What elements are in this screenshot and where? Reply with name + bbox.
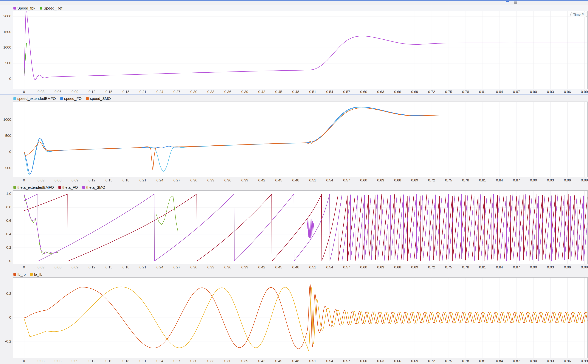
series-Speed_Ref: [24, 43, 588, 75]
x-tick-label: 0.54: [326, 265, 333, 269]
series-speed_SMO: [24, 108, 588, 169]
plot-panel-theta[interactable]: theta_extendedEMFOtheta_FOtheta_SMO 00.2…: [0, 184, 588, 270]
x-tick-label: 0.51: [309, 178, 316, 182]
x-tick-label: 0.72: [428, 90, 435, 94]
x-tick-label: 0.54: [326, 359, 333, 363]
x-tick-label: 0: [23, 178, 25, 182]
x-tick-label: 0.27: [173, 90, 180, 94]
y-tick-label: 500: [5, 61, 11, 65]
legend-item[interactable]: Ia_fb: [30, 272, 42, 277]
y-axis-labels-theta: 00.20.40.60.81.0: [0, 190, 13, 264]
legend-item[interactable]: Speed_fbk: [13, 6, 35, 10]
x-tick-label: 0.27: [173, 178, 180, 182]
window-icon[interactable]: [506, 1, 510, 5]
x-tick-label: 0.63: [377, 359, 384, 363]
x-tick-label: 0.96: [564, 359, 571, 363]
x-tick-label: 0.39: [241, 178, 248, 182]
x-tick-label: 0.24: [157, 90, 163, 94]
legend-label: theta_extendedEMFO: [17, 185, 54, 190]
x-tick-label: 0.69: [411, 359, 418, 363]
x-tick-label: 0.33: [208, 265, 214, 269]
y-tick-label: 0: [9, 315, 11, 319]
plot-panel-speed[interactable]: Speed_fbkSpeed_Ref Time Pl 0500100015002…: [0, 5, 588, 94]
legend-swatch-icon: [60, 97, 63, 100]
plot-panel-current[interactable]: Ib_fbIa_fb -0.200.2 00.030.060.090.120.1…: [0, 271, 588, 364]
x-tick-label: 0.42: [258, 90, 265, 94]
x-tick-label: 0.60: [360, 359, 367, 363]
x-tick-label: 0.78: [462, 90, 469, 94]
x-tick-label: 0.72: [428, 265, 435, 269]
chart-canvas: [13, 278, 588, 358]
x-tick-label: 0.81: [479, 359, 486, 363]
x-tick-label: 0.51: [309, 90, 316, 94]
x-tick-label: 0.12: [89, 359, 95, 363]
x-tick-label: 0.39: [241, 359, 248, 363]
x-tick-label: 0.15: [105, 90, 112, 94]
x-tick-label: 0.12: [89, 265, 95, 269]
x-tick-label: 0.48: [292, 265, 299, 269]
x-tick-label: 0.69: [411, 178, 418, 182]
x-tick-label: 0.84: [496, 359, 503, 363]
x-tick-label: 0.66: [394, 265, 401, 269]
x-tick-label: 0.24: [157, 359, 163, 363]
x-tick-label: 0.06: [54, 265, 61, 269]
x-tick-label: 0.12: [89, 90, 95, 94]
plot-area-speed-estimators[interactable]: [13, 102, 588, 177]
series-speed_extendedEMFO: [24, 107, 588, 174]
y-axis-labels-speed: 0500100015002000: [0, 11, 13, 89]
legend-item[interactable]: speed_SMO: [86, 97, 111, 101]
plot-area-theta[interactable]: [13, 190, 588, 264]
legend-label: speed_FO: [64, 97, 82, 101]
series-Speed_fbk: [24, 11, 588, 80]
x-tick-label: 0.33: [208, 178, 214, 182]
x-tick-label: 0.21: [139, 265, 146, 269]
x-tick-label: 0.78: [462, 178, 469, 182]
legend-item[interactable]: speed_extendedEMFO: [13, 97, 56, 101]
x-tick-label: 0.96: [564, 178, 571, 182]
x-tick-label: 0.42: [258, 178, 265, 182]
x-axis-labels-current: 00.030.060.090.120.150.180.210.240.270.3…: [0, 358, 588, 363]
y-tick-label: 0.2: [6, 292, 11, 296]
x-tick-label: 0.54: [326, 178, 333, 182]
top-toolbar: [0, 0, 588, 5]
series-speed_FO: [24, 107, 588, 174]
x-tick-label: 0.75: [445, 359, 452, 363]
x-tick-label: 0.81: [479, 178, 486, 182]
legend-item[interactable]: Speed_Ref: [40, 6, 62, 10]
y-tick-label: 1000: [3, 45, 11, 49]
time-plot-button[interactable]: Time Pl: [570, 12, 587, 17]
x-tick-label: 0.21: [139, 178, 146, 182]
x-tick-label: 0.45: [275, 359, 282, 363]
x-tick-label: 0.36: [224, 178, 231, 182]
menu-icon[interactable]: [514, 1, 517, 5]
legend-swatch-icon: [13, 273, 16, 276]
legend-swatch-icon: [13, 186, 16, 189]
plot-row: 0500100015002000: [0, 11, 588, 89]
plot-area-speed[interactable]: [13, 11, 588, 89]
x-tick-label: 0.36: [224, 90, 231, 94]
x-tick-label: 0.96: [564, 90, 571, 94]
legend-item[interactable]: theta_SMO: [82, 185, 105, 190]
legend-item[interactable]: speed_FO: [60, 97, 82, 101]
legend-speed-estimators: speed_extendedEMFOspeed_FOspeed_SMO: [0, 96, 588, 102]
legend-item[interactable]: theta_extendedEMFO: [13, 185, 54, 190]
x-tick-label: 0.21: [139, 90, 146, 94]
x-tick-label: 0.54: [326, 90, 333, 94]
x-tick-label: 0.21: [139, 359, 146, 363]
y-tick-label: 500: [5, 134, 11, 138]
legend-item[interactable]: theta_FO: [59, 185, 78, 190]
x-tick-label: 0.60: [360, 178, 367, 182]
legend-swatch-icon: [30, 273, 33, 276]
x-tick-label: 0.72: [428, 178, 435, 182]
legend-item[interactable]: Ib_fb: [13, 272, 26, 277]
legend-swatch-icon: [82, 186, 85, 189]
x-tick-label: 0.93: [547, 265, 554, 269]
plot-area-current[interactable]: [13, 277, 588, 358]
x-tick-label: 0.09: [72, 265, 78, 269]
x-tick-label: 0.75: [445, 178, 452, 182]
x-axis-labels-speed: 00.030.060.090.120.150.180.210.240.270.3…: [0, 89, 588, 94]
x-tick-label: 0.30: [190, 90, 197, 94]
plot-panel-speed-estimators[interactable]: speed_extendedEMFOspeed_FOspeed_SMO -500…: [0, 95, 588, 183]
x-tick-label: 0.99: [581, 265, 588, 269]
y-axis-labels-speed-estimators: -50005001000: [0, 102, 13, 177]
